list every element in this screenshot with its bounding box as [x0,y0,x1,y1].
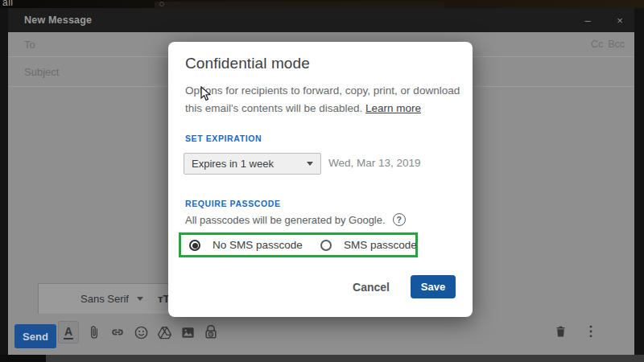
compose-right-actions [552,323,599,339]
set-expiration-label: SET EXPIRATION [185,134,262,143]
attach-file-icon[interactable] [86,324,102,340]
help-icon[interactable]: ? [393,213,406,226]
subject-label: Subject [24,66,59,78]
dialog-actions: Cancel Save [353,275,456,298]
passcode-note: All passcodes will be generated by Googl… [185,214,386,226]
compose-action-bar: Send A [8,314,634,355]
save-button[interactable]: Save [411,275,456,298]
radio-no-sms-passcode[interactable]: No SMS passcode [189,235,303,255]
compose-header[interactable]: New Message – × [8,8,634,32]
screen: ail New Message – × To Cc Bcc Subject Sa… [0,0,644,362]
bcc-link[interactable]: Bcc [608,39,625,50]
confidential-mode-dialog: Confidential mode Options for recipients… [168,42,473,317]
taskbar-strip [0,355,644,362]
radio-unselected-icon[interactable] [320,240,332,251]
expiration-dropdown[interactable]: Expires in 1 week [184,153,321,175]
search-icon [159,2,164,6]
cancel-button[interactable]: Cancel [353,281,390,294]
insert-link-icon[interactable] [109,324,126,340]
radio-sms-passcode[interactable]: SMS passcode [320,235,417,255]
font-family-value: Sans Serif [80,293,129,305]
expiration-date: Wed, Mar 13, 2019 [328,157,421,169]
confidential-mode-icon[interactable] [203,324,219,340]
minimize-icon[interactable]: – [581,14,594,27]
require-passcode-label: REQUIRE PASSCODE [185,199,281,208]
cc-bcc-links: Cc Bcc [591,39,625,50]
learn-more-link[interactable]: Learn more [365,102,421,114]
compose-toolbar-icons: A [58,321,219,343]
close-icon[interactable]: × [613,14,626,27]
insert-emoji-icon[interactable] [133,324,149,340]
dialog-title: Confidential mode [185,55,310,72]
window-controls: – × [581,8,634,32]
gmail-page-backdrop: ail [0,0,644,8]
expiration-dropdown-value: Expires in 1 week [192,158,307,170]
passcode-note-row: All passcodes will be generated by Googl… [185,213,406,226]
dialog-description: Options for recipients to forward, copy,… [185,82,463,117]
radio-selected-icon[interactable] [189,240,200,251]
annotation-highlight-box: No SMS passcode SMS passcode [179,232,418,257]
search-bar-ghost [155,2,444,8]
send-button[interactable]: Send [14,324,56,348]
insert-photo-icon[interactable] [180,324,196,340]
chevron-down-icon [307,162,313,166]
more-options-icon[interactable] [583,323,599,339]
chevron-down-icon [137,297,143,301]
gmail-logo-fragment: ail [2,0,14,8]
radio-label: SMS passcode [344,239,417,251]
compose-title: New Message [24,14,92,26]
discard-draft-icon[interactable] [552,323,568,339]
taskbar-corner [0,355,46,362]
formatting-options-button[interactable]: A [58,321,79,343]
text-format-icon: A [64,326,73,339]
font-family-select[interactable]: Sans Serif [80,293,143,305]
cc-link[interactable]: Cc [591,39,603,50]
radio-label: No SMS passcode [213,239,303,251]
to-label: To [24,39,35,51]
drive-icon[interactable] [156,324,172,340]
